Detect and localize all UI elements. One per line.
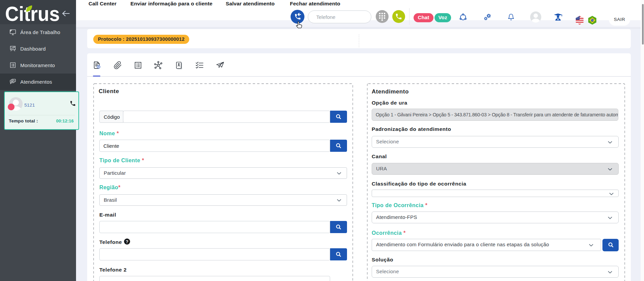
svg-text:Citrus: Citrus — [5, 3, 60, 24]
